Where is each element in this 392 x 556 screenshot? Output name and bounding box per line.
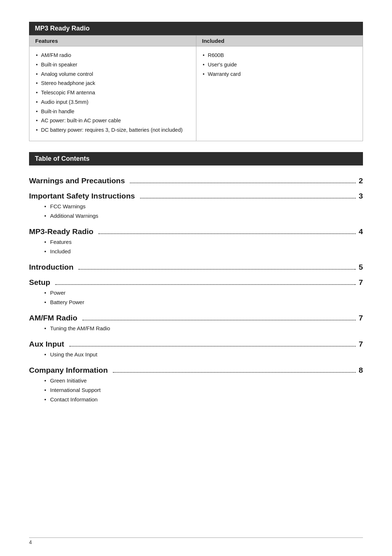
toc-dots bbox=[113, 372, 356, 373]
toc-entry-page: 2 bbox=[359, 176, 363, 185]
toc-entry-page: 3 bbox=[359, 192, 363, 200]
toc-sub-items: PowerBattery Power bbox=[29, 288, 363, 307]
toc-entry-title: Aux Input bbox=[29, 340, 64, 348]
included-list: R600BUser's guideWarranty card bbox=[202, 51, 357, 79]
toc-entry-title: Important Safety Instructions bbox=[29, 192, 135, 200]
toc-main-row: Introduction5 bbox=[29, 263, 363, 271]
toc-main-row: Important Safety Instructions3 bbox=[29, 192, 363, 200]
toc-sub-item: Tuning the AM/FM Radio bbox=[44, 324, 363, 333]
toc-section: Table of Contents Warnings and Precautio… bbox=[29, 152, 363, 404]
toc-sub-item: Green Initiative bbox=[44, 376, 363, 385]
toc-entry: AM/FM Radio7Tuning the AM/FM Radio bbox=[29, 314, 363, 333]
feature-item: Audio input (3.5mm) bbox=[35, 98, 190, 107]
toc-dots bbox=[98, 233, 356, 234]
toc-sub-item: Power bbox=[44, 288, 363, 298]
toc-dots bbox=[69, 346, 356, 347]
toc-entry: Warnings and Precautions2 bbox=[29, 176, 363, 185]
toc-sub-item: Included bbox=[44, 247, 363, 256]
features-column-header: Features bbox=[29, 36, 196, 46]
included-column-content: R600BUser's guideWarranty card bbox=[196, 46, 363, 85]
toc-dots bbox=[140, 198, 356, 199]
features-column: Features AM/FM radioBuilt-in speakerAnal… bbox=[29, 36, 196, 141]
toc-entry: Aux Input7Using the Aux Input bbox=[29, 340, 363, 359]
toc-entry: Important Safety Instructions3FCC Warnin… bbox=[29, 192, 363, 221]
toc-sub-items: FeaturesIncluded bbox=[29, 237, 363, 256]
toc-header: Table of Contents bbox=[29, 152, 363, 165]
included-item: Warranty card bbox=[202, 70, 357, 79]
toc-entry: MP3-Ready Radio4FeaturesIncluded bbox=[29, 227, 363, 256]
toc-entry-title: Company Information bbox=[29, 366, 108, 375]
toc-entry-title: AM/FM Radio bbox=[29, 314, 77, 322]
feature-item: Built-in speaker bbox=[35, 60, 190, 70]
toc-entries: Warnings and Precautions2Important Safet… bbox=[29, 176, 363, 404]
toc-sub-items: Green InitiativeInternational SupportCon… bbox=[29, 376, 363, 404]
toc-entry-title: Introduction bbox=[29, 263, 73, 271]
toc-entry-title: Warnings and Precautions bbox=[29, 176, 125, 185]
toc-entry-page: 8 bbox=[359, 366, 363, 375]
toc-main-row: MP3-Ready Radio4 bbox=[29, 227, 363, 236]
toc-dots bbox=[82, 320, 356, 320]
toc-main-row: Aux Input7 bbox=[29, 340, 363, 348]
page-title: MP3 Ready Radio bbox=[35, 25, 90, 32]
toc-entry-page: 7 bbox=[359, 278, 363, 287]
toc-entry-page: 7 bbox=[359, 340, 363, 348]
toc-main-row: Warnings and Precautions2 bbox=[29, 176, 363, 185]
feature-item: AC power: built-in AC power cable bbox=[35, 116, 190, 126]
toc-dots bbox=[78, 269, 356, 270]
toc-entry-page: 5 bbox=[359, 263, 363, 271]
included-column: Included R600BUser's guideWarranty card bbox=[196, 36, 363, 141]
feature-item: DC battery power: requires 3, D-size, ba… bbox=[35, 126, 190, 135]
toc-main-row: Company Information8 bbox=[29, 366, 363, 375]
features-column-content: AM/FM radioBuilt-in speakerAnalog volume… bbox=[29, 46, 196, 141]
features-included-table: Features AM/FM radioBuilt-in speakerAnal… bbox=[29, 35, 363, 141]
feature-item: Stereo headphone jack bbox=[35, 79, 190, 88]
included-item: User's guide bbox=[202, 60, 357, 70]
feature-item: Built-in handle bbox=[35, 107, 190, 116]
footer-page-number: 4 bbox=[29, 539, 32, 545]
toc-dots bbox=[130, 183, 356, 183]
feature-item: Analog volume control bbox=[35, 70, 190, 79]
toc-entry-title: Setup bbox=[29, 278, 50, 287]
toc-sub-item: Using the Aux Input bbox=[44, 350, 363, 359]
toc-dots bbox=[55, 284, 356, 285]
toc-sub-item: FCC Warnings bbox=[44, 202, 363, 211]
toc-sub-item: Contact Information bbox=[44, 395, 363, 404]
toc-entry: Introduction5 bbox=[29, 263, 363, 271]
toc-entry-page: 7 bbox=[359, 314, 363, 322]
feature-item: AM/FM radio bbox=[35, 51, 190, 60]
toc-sub-item: Additional Warnings bbox=[44, 211, 363, 221]
toc-entry-page: 4 bbox=[359, 227, 363, 236]
included-item: R600B bbox=[202, 51, 357, 60]
toc-sub-items: Using the Aux Input bbox=[29, 350, 363, 359]
toc-main-row: Setup7 bbox=[29, 278, 363, 287]
toc-entry: Setup7PowerBattery Power bbox=[29, 278, 363, 307]
toc-entry: Company Information8Green InitiativeInte… bbox=[29, 366, 363, 404]
page-footer: 4 bbox=[29, 537, 363, 545]
toc-sub-items: Tuning the AM/FM Radio bbox=[29, 324, 363, 333]
toc-entry-title: MP3-Ready Radio bbox=[29, 227, 93, 236]
feature-item: Telescopic FM antenna bbox=[35, 88, 190, 98]
included-column-header: Included bbox=[196, 36, 363, 46]
toc-sub-items: FCC WarningsAdditional Warnings bbox=[29, 202, 363, 221]
toc-sub-item: International Support bbox=[44, 385, 363, 395]
features-list: AM/FM radioBuilt-in speakerAnalog volume… bbox=[35, 51, 190, 135]
toc-main-row: AM/FM Radio7 bbox=[29, 314, 363, 322]
mp3-radio-header: MP3 Ready Radio bbox=[29, 22, 363, 35]
toc-sub-item: Battery Power bbox=[44, 298, 363, 307]
toc-sub-item: Features bbox=[44, 237, 363, 247]
